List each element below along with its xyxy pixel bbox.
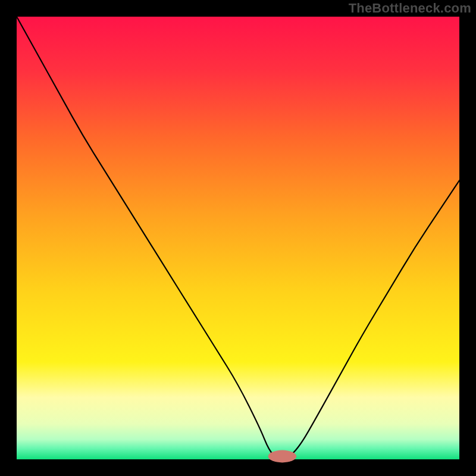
chart-frame: TheBottleneck.com <box>0 0 476 476</box>
watermark-text: TheBottleneck.com <box>349 1 471 16</box>
bottleneck-chart <box>0 0 476 476</box>
optimal-marker <box>268 450 297 463</box>
plot-background <box>17 17 459 459</box>
